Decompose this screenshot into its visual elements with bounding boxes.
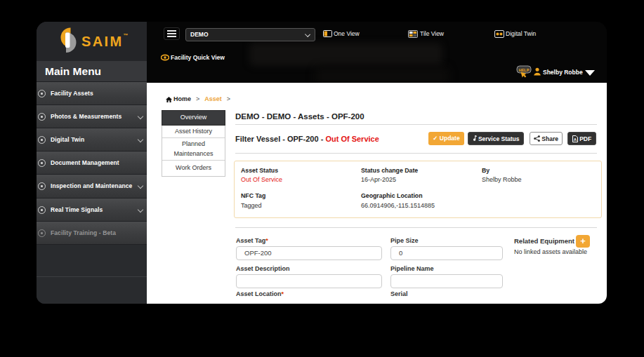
- svg-text:A: A: [574, 137, 577, 142]
- svg-text:HELP: HELP: [519, 68, 530, 72]
